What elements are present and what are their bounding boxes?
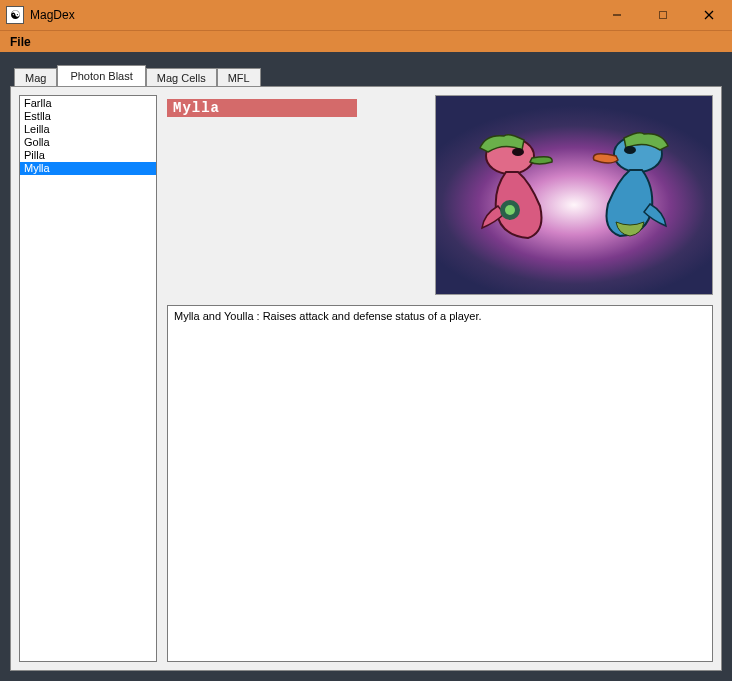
tab-mfl[interactable]: MFL [217, 68, 261, 87]
list-item[interactable]: Pilla [20, 149, 156, 162]
window-title: MagDex [30, 8, 75, 22]
svg-point-7 [505, 205, 515, 215]
content-frame: Mag Photon Blast Mag Cells MFL Farlla Es… [0, 52, 732, 681]
svg-point-9 [624, 146, 636, 154]
list-item[interactable]: Farlla [20, 97, 156, 110]
window-controls [594, 0, 732, 30]
tab-mag[interactable]: Mag [14, 68, 57, 87]
creature-left-icon [474, 128, 560, 258]
tab-panel: Farlla Estlla Leilla Golla Pilla Mylla M… [10, 86, 722, 671]
menu-file[interactable]: File [10, 35, 31, 49]
list-item[interactable]: Estlla [20, 110, 156, 123]
detail-header: Mylla [167, 95, 713, 299]
detail-description: Mylla and Youlla : Raises attack and def… [167, 305, 713, 662]
titlebar: ☯ MagDex [0, 0, 732, 30]
creature-right-icon [588, 126, 674, 256]
svg-point-5 [512, 148, 524, 156]
list-item[interactable]: Golla [20, 136, 156, 149]
detail-name-label: Mylla [167, 99, 357, 117]
minimize-button[interactable] [594, 0, 640, 30]
tabstrip: Mag Photon Blast Mag Cells MFL [10, 62, 722, 86]
list-item[interactable]: Leilla [20, 123, 156, 136]
detail-area: Mylla [167, 95, 713, 662]
app-icon-glyph: ☯ [10, 8, 21, 22]
detail-image [435, 95, 713, 295]
close-button[interactable] [686, 0, 732, 30]
tab-photon-blast[interactable]: Photon Blast [57, 65, 145, 86]
menubar: File [0, 30, 732, 52]
app-icon: ☯ [6, 6, 24, 24]
svg-rect-1 [660, 12, 667, 19]
tab-mag-cells[interactable]: Mag Cells [146, 68, 217, 87]
list-item[interactable]: Mylla [20, 162, 156, 175]
photon-blast-list[interactable]: Farlla Estlla Leilla Golla Pilla Mylla [19, 95, 157, 662]
maximize-button[interactable] [640, 0, 686, 30]
